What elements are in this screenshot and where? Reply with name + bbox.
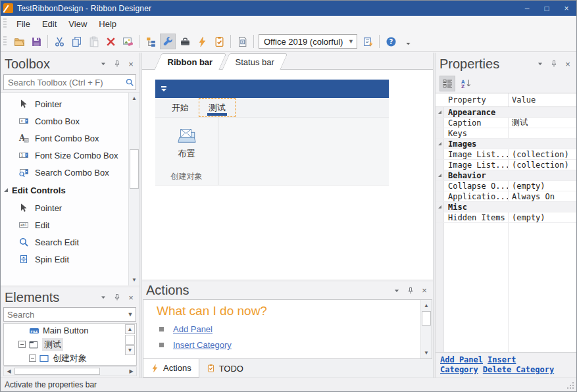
scroll-up-icon[interactable]: ▲ (125, 324, 135, 334)
toolbox-scrollbar[interactable]: ▲ ▼ (128, 93, 139, 285)
property-row[interactable]: Applicatio...Always On (436, 191, 576, 202)
pin-icon[interactable] (406, 286, 415, 295)
save-icon[interactable] (28, 34, 44, 49)
tab-todo[interactable]: TODO (199, 359, 251, 378)
tab-ribbon-bar[interactable]: Ribbon bar (154, 53, 226, 70)
ribbon-empty-area[interactable] (218, 118, 389, 185)
quick-access-toolbar-icon[interactable] (161, 86, 166, 91)
cut-icon[interactable] (51, 34, 67, 49)
property-value[interactable]: Always On (509, 191, 576, 201)
close-icon[interactable]: × (126, 59, 136, 68)
close-icon[interactable]: × (563, 59, 572, 68)
scroll-down-icon[interactable]: ▼ (130, 275, 139, 285)
lightning-icon[interactable] (194, 34, 210, 49)
pin-icon[interactable] (113, 59, 122, 68)
panel-menu-icon[interactable] (99, 59, 108, 68)
toolbox-item-combo-box[interactable]: XCombo Box (1, 112, 128, 130)
scroll-down-icon[interactable]: ▼ (125, 345, 135, 355)
column-property[interactable]: Property (436, 93, 509, 107)
property-category[interactable]: Appearance (436, 107, 576, 118)
property-value[interactable]: (empty) (509, 212, 576, 222)
expander-icon[interactable] (18, 341, 26, 348)
convert-icon[interactable] (360, 34, 376, 49)
wrench-icon[interactable] (160, 34, 176, 49)
toolbox-item-font-combo-box[interactable]: AFont Combo Box (1, 130, 128, 147)
scroll-thumb[interactable] (422, 311, 431, 326)
tab-status-bar[interactable]: Status bar (222, 53, 288, 70)
ribbon-tab-start[interactable]: 开始 (162, 98, 199, 117)
toolbox-item-search-combo-box[interactable]: Search Combo Box (1, 164, 128, 181)
pin-icon[interactable] (549, 59, 559, 68)
close-button[interactable]: × (557, 1, 576, 16)
toolbox-item-spin-edit[interactable]: Spin Edit (1, 251, 128, 268)
design-surface[interactable]: 开始 测试 布置 创建对象 (142, 70, 433, 280)
scroll-up-icon[interactable]: ▲ (130, 93, 139, 103)
property-row[interactable]: Image List...(collection) (436, 160, 576, 170)
properties-link-add-panel[interactable]: Add Panel (440, 355, 483, 364)
scroll-thumb[interactable] (125, 335, 135, 345)
help-icon[interactable]: ? (383, 34, 399, 49)
categorized-view-icon[interactable] (439, 76, 455, 91)
scroll-right-icon[interactable]: ▶ (126, 367, 136, 376)
toolbox-item-pointer[interactable]: Pointer (1, 95, 128, 112)
image-edit-icon[interactable] (120, 34, 136, 49)
toolbox-group-edit-controls[interactable]: Edit Controls (1, 181, 128, 199)
scroll-up-icon[interactable]: ▲ (422, 301, 431, 310)
elements-hscrollbar[interactable]: ◀ ▶ (3, 366, 137, 376)
property-category[interactable]: Behavior (436, 170, 576, 181)
scroll-left-icon[interactable]: ◀ (4, 367, 14, 376)
property-category[interactable]: Images (436, 139, 576, 149)
tab-actions[interactable]: Actions (143, 359, 199, 378)
pin-icon[interactable] (113, 293, 122, 302)
menu-view[interactable]: View (63, 17, 93, 31)
scroll-thumb[interactable] (130, 149, 139, 189)
column-value[interactable]: Value (509, 95, 536, 105)
menu-edit[interactable]: Edit (36, 17, 63, 31)
scroll-thumb[interactable] (14, 368, 100, 375)
skin-combo[interactable]: Office 2019 (colorful) ▼ (259, 34, 357, 49)
expander-icon[interactable] (29, 355, 36, 362)
elements-search-input[interactable] (4, 309, 125, 320)
resize-grip[interactable] (572, 382, 574, 383)
alphabetical-sort-icon[interactable]: AZ (458, 76, 474, 91)
property-value[interactable]: (empty) (509, 181, 576, 191)
property-row[interactable]: Collapse O...(empty) (436, 181, 576, 191)
tree-item[interactable]: 测试 (4, 337, 136, 351)
chevron-down-icon[interactable]: ▼ (345, 38, 357, 45)
panel-menu-icon[interactable] (392, 286, 401, 295)
ribbon-group-caption[interactable]: 创建对象 (155, 168, 218, 185)
action-link-insert-category[interactable]: Insert Category (173, 340, 232, 350)
elements-scrollbar[interactable]: ▲ ▼ (125, 324, 136, 364)
toolbox-item-edit[interactable]: ablEdit (1, 216, 128, 233)
properties-link-delete-category[interactable]: Delete Category (483, 365, 554, 374)
paste-icon[interactable] (86, 34, 101, 49)
elements-search[interactable]: ▼ (3, 307, 136, 322)
maximize-button[interactable]: □ (537, 1, 557, 16)
actions-scrollbar[interactable]: ▲ ▼ (420, 300, 432, 358)
toolbox-item-pointer[interactable]: Pointer (1, 199, 128, 216)
toolbox-item-search-edit[interactable]: Search Edit (1, 233, 128, 251)
copy-icon[interactable] (68, 34, 84, 49)
panel-menu-icon[interactable] (536, 59, 545, 68)
property-row[interactable]: Keys (436, 128, 576, 139)
close-icon[interactable]: × (126, 293, 136, 302)
property-value[interactable]: (collection) (509, 160, 576, 170)
tree-view-icon[interactable] (143, 34, 159, 49)
search-icon[interactable] (124, 78, 136, 87)
property-value[interactable]: (collection) (509, 149, 576, 159)
script-icon[interactable] (234, 34, 250, 49)
overflow-icon[interactable] (400, 34, 416, 49)
property-row[interactable]: Hidden Items(empty) (436, 212, 576, 223)
close-icon[interactable]: × (420, 286, 429, 295)
tree-item[interactable]: FILEMain Button (4, 324, 136, 337)
property-row[interactable]: Image List...(collection) (436, 149, 576, 160)
minimize-button[interactable]: – (517, 1, 537, 16)
menu-help[interactable]: Help (93, 17, 122, 31)
toolbox-search[interactable] (3, 74, 136, 90)
menu-file[interactable]: File (11, 17, 36, 31)
toolbox-icon[interactable] (177, 34, 193, 49)
property-value[interactable] (509, 128, 576, 138)
ribbon-tab-test[interactable]: 测试 (199, 98, 236, 117)
scroll-down-icon[interactable]: ▼ (422, 348, 431, 358)
toolbox-item-font-size-combo-box[interactable]: 1Font Size Combo Box (1, 147, 128, 164)
